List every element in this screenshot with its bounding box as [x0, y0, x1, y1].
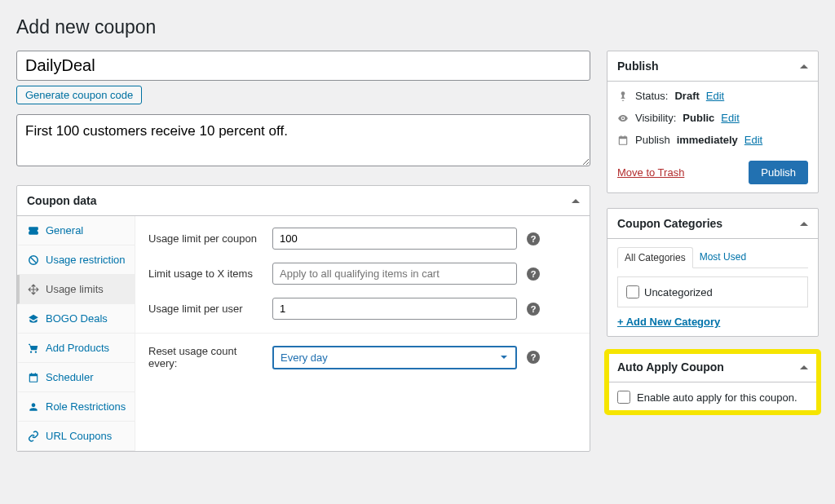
pin-icon: [617, 91, 629, 102]
edit-visibility-link[interactable]: Edit: [721, 112, 739, 124]
tab-usage-restriction[interactable]: Usage restriction: [17, 245, 135, 275]
publish-panel-header[interactable]: Publish: [607, 51, 818, 82]
svg-line-1: [31, 257, 37, 263]
tab-add-products[interactable]: Add Products: [17, 334, 135, 363]
move-trash-link[interactable]: Move to Trash: [617, 166, 684, 179]
usage-limit-user-input[interactable]: [272, 298, 517, 320]
visibility-label: Visibility:: [635, 112, 676, 124]
coupon-data-title: Coupon data: [27, 194, 97, 207]
status-value: Draft: [674, 90, 699, 102]
usage-limit-coupon-input[interactable]: [272, 228, 517, 250]
reset-count-label: Reset usage count every:: [148, 345, 263, 369]
status-label: Status:: [635, 90, 668, 102]
link-icon: [28, 431, 39, 442]
calendar-icon: [617, 135, 629, 146]
tab-most-used[interactable]: Most Used: [693, 247, 753, 267]
auto-apply-panel-header[interactable]: Auto Apply Coupon: [607, 352, 818, 382]
tab-url-coupons[interactable]: URL Coupons: [17, 422, 135, 451]
graduation-icon: [28, 313, 39, 325]
calendar-icon: [28, 372, 39, 383]
help-icon[interactable]: ?: [527, 232, 540, 245]
ticket-icon: [28, 225, 39, 237]
person-icon: [28, 401, 39, 413]
add-new-category-link[interactable]: + Add New Category: [617, 316, 720, 328]
reset-count-select[interactable]: Every day: [272, 346, 517, 369]
edit-publish-link[interactable]: Edit: [744, 134, 762, 146]
publish-button[interactable]: Publish: [749, 161, 808, 184]
generate-code-button[interactable]: Generate coupon code: [16, 86, 142, 104]
publish-label: Publish: [635, 134, 670, 146]
page-title: Add new coupon: [16, 16, 819, 38]
auto-apply-checkbox[interactable]: [617, 391, 630, 404]
coupon-description-textarea[interactable]: First 100 customers receive 10 percent o…: [16, 114, 590, 166]
block-icon: [28, 254, 39, 266]
usage-limit-coupon-label: Usage limit per coupon: [148, 232, 263, 245]
coupon-data-header[interactable]: Coupon data: [17, 186, 590, 216]
coupon-code-input[interactable]: [16, 51, 590, 81]
categories-panel-header[interactable]: Coupon Categories: [607, 209, 818, 239]
auto-apply-title: Auto Apply Coupon: [617, 360, 724, 374]
help-icon[interactable]: ?: [527, 267, 540, 281]
limit-x-items-label: Limit usage to X items: [148, 267, 263, 280]
collapse-icon: [572, 199, 580, 203]
tab-scheduler[interactable]: Scheduler: [17, 363, 135, 392]
eye-icon: [617, 113, 629, 124]
usage-limit-user-label: Usage limit per user: [148, 303, 263, 315]
limit-x-items-input[interactable]: [272, 263, 517, 285]
auto-apply-toggle[interactable]: Enable auto apply for this coupon.: [617, 391, 808, 404]
tab-all-categories[interactable]: All Categories: [617, 247, 693, 268]
tab-general[interactable]: General: [17, 216, 135, 245]
tab-role-restrictions[interactable]: Role Restrictions: [17, 392, 135, 422]
collapse-icon: [800, 64, 808, 69]
collapse-icon: [800, 222, 808, 226]
categories-title: Coupon Categories: [617, 217, 722, 230]
visibility-value: Public: [683, 112, 714, 124]
help-icon[interactable]: ?: [527, 351, 540, 364]
help-icon[interactable]: ?: [527, 303, 540, 316]
cart-icon: [28, 343, 39, 354]
category-checkbox[interactable]: [626, 285, 639, 298]
move-icon: [28, 284, 39, 295]
edit-status-link[interactable]: Edit: [706, 90, 724, 102]
publish-value: immediately: [677, 134, 738, 146]
tab-bogo-deals[interactable]: BOGO Deals: [17, 304, 135, 334]
category-item-uncategorized[interactable]: Uncategorized: [626, 285, 799, 298]
tab-usage-limits[interactable]: Usage limits: [17, 275, 135, 304]
collapse-icon: [800, 365, 808, 369]
publish-title: Publish: [617, 60, 659, 73]
